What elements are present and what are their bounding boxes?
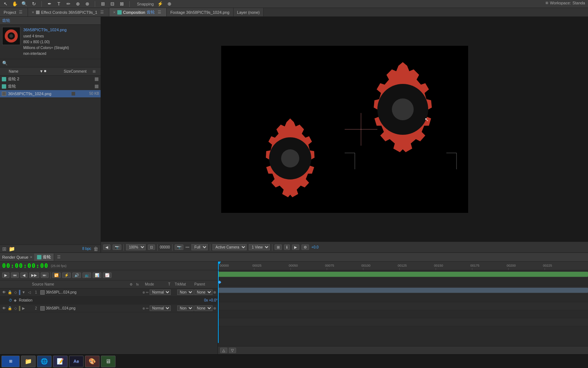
taskbar-start[interactable]: ⊞	[1, 356, 20, 367]
effect-menu[interactable]: ☰	[99, 10, 105, 15]
layer1-rotation-row[interactable]: ⏱ ◆ Rotation 0x +0.0°	[0, 296, 218, 304]
clone-tool[interactable]: ⊕	[74, 1, 81, 7]
tab-composition[interactable]: ✕ Composition 齿轮 ☰	[109, 8, 167, 16]
snap-tool[interactable]: ⊕	[166, 1, 173, 7]
skip-start-btn[interactable]: ⏮	[11, 272, 19, 278]
rotation-stopwatch[interactable]: ⏱	[9, 298, 12, 302]
filter-icon[interactable]: ▼	[39, 69, 44, 74]
align-tool-2[interactable]: ⊟	[109, 1, 115, 7]
info-btn[interactable]: ℹ	[284, 244, 290, 250]
taskbar-folder[interactable]: 📁	[21, 356, 36, 367]
delete-icon[interactable]: 🗑	[93, 246, 98, 252]
paint-tool[interactable]: ✏	[65, 1, 72, 7]
layer1-trkmat-select[interactable]: None	[177, 290, 194, 295]
timeline-ruler[interactable]: 00000 00025 00050 00075 00100 00125 0015…	[218, 262, 588, 270]
taskbar-ae[interactable]: Ae	[69, 356, 84, 367]
layer1-shy-btn[interactable]: ◇	[13, 290, 18, 295]
grid-btn[interactable]: ⊞	[275, 244, 282, 250]
layer-row-1[interactable]: 👁 🔒 ◇ ▼ ◁ 1 36h58PL...024.png ⊕ ✏	[0, 288, 218, 296]
layer1-switch-1[interactable]: ⊕	[142, 291, 145, 294]
new-folder-icon[interactable]: 📁	[9, 246, 15, 252]
camera-btn[interactable]: 📷	[175, 244, 183, 250]
layer2-switch-2[interactable]: ✏	[146, 307, 149, 310]
arrow-tool[interactable]: ↖	[2, 1, 9, 7]
tab-project[interactable]: Project ☰	[0, 8, 28, 16]
align-tool[interactable]: ⊞	[100, 1, 106, 7]
layer-row-2[interactable]: 👁 🔒 ◇ ▶ 2 36h58PI...024.png ⊕ ✏ Normal	[0, 304, 218, 312]
playhead[interactable]	[218, 270, 219, 343]
layer2-vis-btn[interactable]: 👁	[1, 306, 7, 311]
text-tool[interactable]: T	[56, 1, 62, 7]
render-queue-tab[interactable]: Render Queue	[2, 255, 28, 259]
layer2-mode-select[interactable]: Normal	[150, 306, 171, 311]
time-display[interactable]: 00:00:00:00	[2, 262, 49, 269]
rotate-tool[interactable]: ↻	[31, 1, 37, 7]
rotation-toggle[interactable]: ◆	[14, 298, 17, 302]
comp-menu[interactable]: ☰	[156, 10, 163, 15]
layer2-parent-pick[interactable]: ⊕	[213, 306, 216, 310]
layer1-switch-2[interactable]: ✏	[146, 291, 149, 294]
search-input[interactable]	[9, 61, 98, 65]
snapshot-btn[interactable]: 📷	[113, 244, 121, 250]
zoom-select[interactable]: 100%	[126, 244, 146, 250]
taskbar-app3[interactable]: 🎨	[85, 356, 100, 367]
camera-view-select[interactable]: Active Camera	[212, 244, 247, 250]
layer2-switch-1[interactable]: ⊕	[142, 307, 145, 310]
fit-btn[interactable]: ⊡	[148, 244, 155, 250]
bpc-label: 8 bpc	[82, 247, 91, 251]
project-menu[interactable]: ☰	[17, 10, 24, 15]
taskbar-app1[interactable]: 📝	[53, 356, 68, 367]
layer1-lock-btn[interactable]: 🔒	[7, 290, 12, 295]
hand-tool[interactable]: ✋	[12, 1, 18, 7]
magnify-tool[interactable]: 🔍	[21, 1, 28, 7]
audio-btn[interactable]: 🔊	[72, 272, 81, 278]
timeline-comp-tab[interactable]: 齿轮	[34, 254, 54, 261]
tab-layer[interactable]: Layer (none)	[234, 8, 264, 16]
options-btn[interactable]: ⚙	[301, 244, 309, 250]
graph-btn[interactable]: 📈	[103, 272, 111, 278]
loop-btn[interactable]: 🔁	[52, 272, 61, 278]
prev-frame-btn[interactable]: ◀	[20, 272, 28, 278]
project-item-0[interactable]: 齿轮 2	[0, 76, 101, 83]
layer1-parent-select[interactable]: None	[194, 290, 212, 295]
timeline-tracks-area[interactable]: ◆	[218, 270, 588, 346]
layer2-trkmat-select[interactable]: None	[177, 306, 194, 311]
quality-select[interactable]: Full	[191, 244, 208, 250]
tab-footage[interactable]: Footage 36h58PICT9s_1024.png	[167, 8, 234, 16]
layer2-lock-btn[interactable]: 🔒	[7, 306, 12, 311]
preview-back-btn[interactable]: ◀	[103, 244, 110, 250]
layer1-parent-pick[interactable]: ⊕	[213, 290, 216, 294]
taskbar-app4[interactable]: 🖥	[101, 356, 115, 367]
draft-btn[interactable]: ⚡	[62, 272, 71, 278]
timeline-zoom-out[interactable]: △	[220, 348, 227, 353]
layer1-mode-select[interactable]: Normal	[150, 290, 171, 295]
project-item-2[interactable]: 36h58PICT9s_1024.png 50 KB	[0, 90, 101, 97]
timeline-menu-btn[interactable]: ☰	[56, 255, 62, 259]
align-tool-3[interactable]: ⊠	[118, 1, 125, 7]
snapping-toggle[interactable]: ⚡	[157, 1, 163, 7]
viewer-area[interactable]: ↖	[101, 17, 588, 242]
tab-effect-controls[interactable]: ✕ Effect Controls 36h58PICT9s_1 ☰	[28, 8, 109, 16]
next-frame-btn[interactable]: ▶▶	[29, 272, 39, 278]
view-count-select[interactable]: 1 View	[249, 244, 270, 250]
pen-tool[interactable]: ✒	[46, 1, 53, 7]
layer2-shy-btn[interactable]: ◇	[13, 306, 18, 311]
timeline-zoom-in[interactable]: ▽	[229, 348, 236, 353]
expand-col-btn[interactable]: ⊞	[93, 69, 99, 73]
project-item-1[interactable]: 齿轮	[0, 83, 101, 90]
rotation-value[interactable]: 0x +0.0°	[204, 298, 218, 302]
play-btn[interactable]: ▶	[2, 272, 9, 278]
video-preview-btn[interactable]: 📺	[82, 272, 91, 278]
chart-btn[interactable]: 📊	[93, 272, 101, 278]
layer1-vis-btn[interactable]: 👁	[1, 290, 7, 295]
puppet-tool[interactable]: ⊗	[84, 1, 90, 7]
skip-end-btn[interactable]: ⏭	[41, 272, 49, 278]
close-timeline-btn[interactable]: ✕	[30, 255, 33, 259]
preview-btn[interactable]: ▶	[292, 244, 299, 250]
taskbar-browser[interactable]: 🌐	[37, 356, 52, 367]
layer1-expand-btn[interactable]: ▼	[21, 290, 26, 295]
layer2-parent-select[interactable]: None	[194, 306, 212, 311]
layer2-expand-btn[interactable]: ▶	[21, 306, 26, 311]
timeline-layers-panel: 00:00:00:00 (25.00 fps) ▶ ⏮ ◀ ▶▶ ⏭ 🔁 ⚡ 🔊…	[0, 262, 218, 354]
new-comp-icon[interactable]: ⊞	[2, 246, 7, 252]
